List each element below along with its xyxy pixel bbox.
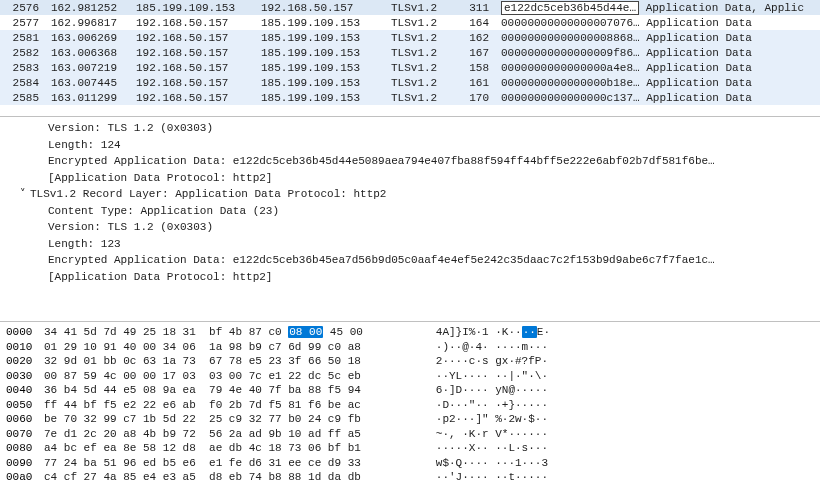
packet-row[interactable]: 2583163.007219192.168.50.157185.199.109.… (0, 60, 820, 75)
hex-row[interactable]: 0080a4 bc ef ea 8e 58 12 d8 ae db 4c 18 … (6, 441, 814, 456)
selected-hex-bytes: 08 00 (288, 326, 323, 338)
tls-content-type-line: Content Type: Application Data (23) (6, 203, 814, 220)
hex-row[interactable]: 003000 87 59 4c 00 00 17 03 03 00 7c e1 … (6, 369, 814, 384)
packet-row[interactable]: 2581163.006269192.168.50.157185.199.109.… (0, 30, 820, 45)
tls-length-line: Length: 123 (6, 236, 814, 253)
packet-row[interactable]: 2576162.981252185.199.109.153192.168.50.… (0, 0, 820, 15)
packet-row[interactable]: 2585163.011299192.168.50.157185.199.109.… (0, 90, 820, 105)
tls-version-line: Version: TLS 1.2 (0x0303) (6, 219, 814, 236)
hex-dump-pane[interactable]: 000034 41 5d 7d 49 25 18 31 bf 4b 87 c0 … (0, 322, 820, 488)
hex-row[interactable]: 000034 41 5d 7d 49 25 18 31 bf 4b 87 c0 … (6, 325, 814, 340)
packet-details-pane[interactable]: Version: TLS 1.2 (0x0303) Length: 124 En… (0, 117, 820, 322)
tls-encrypted-data-line: Encrypted Application Data: e122dc5ceb36… (6, 153, 814, 170)
packet-list-pane[interactable]: 2576162.981252185.199.109.153192.168.50.… (0, 0, 820, 117)
hex-row[interactable]: 001001 29 10 91 40 00 34 06 1a 98 b9 c7 … (6, 340, 814, 355)
hex-row[interactable]: 0060be 70 32 99 c7 1b 5d 22 25 c9 32 77 … (6, 412, 814, 427)
hex-row[interactable]: 004036 b4 5d 44 e5 08 9a ea 79 4e 40 7f … (6, 383, 814, 398)
packet-row[interactable]: 2584163.007445192.168.50.157185.199.109.… (0, 75, 820, 90)
hex-row[interactable]: 009077 24 ba 51 96 ed b5 e6 e1 fe d6 31 … (6, 456, 814, 471)
tls-app-data-protocol-line: [Application Data Protocol: http2] (6, 170, 814, 187)
chevron-down-icon[interactable]: ˅ (20, 186, 30, 203)
selected-bytes-highlight: e122dc5ceb36b45d44e… (501, 1, 639, 15)
tls-app-data-protocol-line: [Application Data Protocol: http2] (6, 269, 814, 286)
hex-row[interactable]: 002032 9d 01 bb 0c 63 1a 73 67 78 e5 23 … (6, 354, 814, 369)
hex-row[interactable]: 00a0c4 cf 27 4a 85 e4 e3 a5 d8 eb 74 b8 … (6, 470, 814, 485)
packet-row[interactable]: 2577162.996817192.168.50.157185.199.109.… (0, 15, 820, 30)
hex-row[interactable]: 0050ff 44 bf f5 e2 22 e6 ab f0 2b 7d f5 … (6, 398, 814, 413)
tls-version-line: Version: TLS 1.2 (0x0303) (6, 120, 814, 137)
tls-length-line: Length: 124 (6, 137, 814, 154)
tls-record-layer-line[interactable]: ˅TLSv1.2 Record Layer: Application Data … (6, 186, 814, 203)
hex-row[interactable]: 00707e d1 2c 20 a8 4b b9 72 56 2a ad 9b … (6, 427, 814, 442)
tls-encrypted-data-line: Encrypted Application Data: e122dc5ceb36… (6, 252, 814, 269)
packet-row[interactable]: 2582163.006368192.168.50.157185.199.109.… (0, 45, 820, 60)
